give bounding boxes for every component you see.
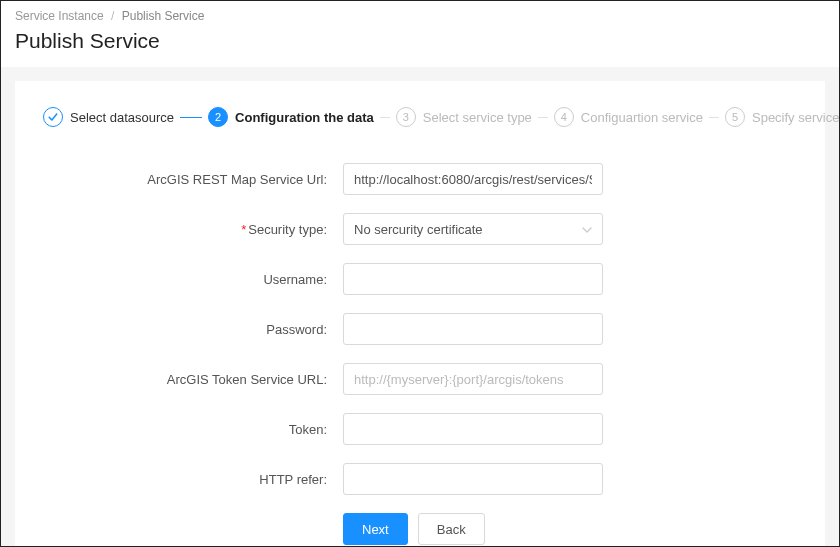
step-configuration-service[interactable]: 4 Configuartion service	[554, 107, 703, 127]
button-row: Next Back	[343, 513, 797, 545]
content-area: Select datasource 2 Configuration the da…	[1, 67, 839, 547]
step-select-service-type[interactable]: 3 Select service type	[396, 107, 532, 127]
breadcrumb: Service Instance / Publish Service	[1, 1, 839, 25]
step-specify-service-node[interactable]: 5 Specify service node	[725, 107, 840, 127]
row-security-type: *Security type: No sercurity certificate	[43, 213, 797, 245]
row-token-service-url: ArcGIS Token Service URL:	[43, 363, 797, 395]
step-label: Configuartion service	[581, 110, 703, 125]
step-label: Specify service node	[752, 110, 840, 125]
input-password[interactable]	[343, 313, 603, 345]
breadcrumb-separator: /	[111, 9, 114, 23]
input-map-service-url[interactable]	[343, 163, 603, 195]
select-security-type[interactable]: No sercurity certificate	[343, 213, 603, 245]
step-connector	[538, 117, 548, 118]
wizard-steps: Select datasource 2 Configuration the da…	[43, 107, 797, 127]
back-button[interactable]: Back	[418, 513, 485, 545]
chevron-down-icon	[582, 223, 592, 235]
step-connector	[709, 117, 719, 118]
next-button[interactable]: Next	[343, 513, 408, 545]
select-security-type-value: No sercurity certificate	[354, 222, 483, 237]
row-password: Password:	[43, 313, 797, 345]
row-map-service-url: ArcGIS REST Map Service Url:	[43, 163, 797, 195]
step-number-icon: 4	[554, 107, 574, 127]
row-username: Username:	[43, 263, 797, 295]
label-security-type: *Security type:	[43, 222, 343, 237]
label-http-refer: HTTP refer:	[43, 472, 343, 487]
step-label: Select datasource	[70, 110, 174, 125]
breadcrumb-parent[interactable]: Service Instance	[15, 9, 104, 23]
label-map-service-url: ArcGIS REST Map Service Url:	[43, 172, 343, 187]
step-label: Select service type	[423, 110, 532, 125]
row-token: Token:	[43, 413, 797, 445]
input-token-service-url[interactable]	[343, 363, 603, 395]
step-label: Configuration the data	[235, 110, 374, 125]
step-connector	[180, 117, 202, 118]
step-configuration-data[interactable]: 2 Configuration the data	[208, 107, 374, 127]
breadcrumb-current: Publish Service	[122, 9, 205, 23]
check-icon	[43, 107, 63, 127]
label-token: Token:	[43, 422, 343, 437]
form-card: Select datasource 2 Configuration the da…	[15, 81, 825, 547]
step-number-icon: 3	[396, 107, 416, 127]
step-number-icon: 5	[725, 107, 745, 127]
input-http-refer[interactable]	[343, 463, 603, 495]
label-token-service-url: ArcGIS Token Service URL:	[43, 372, 343, 387]
page-title: Publish Service	[1, 25, 839, 67]
step-number-icon: 2	[208, 107, 228, 127]
step-connector	[380, 117, 390, 118]
config-form: ArcGIS REST Map Service Url: *Security t…	[43, 163, 797, 545]
label-password: Password:	[43, 322, 343, 337]
input-token[interactable]	[343, 413, 603, 445]
step-select-datasource[interactable]: Select datasource	[43, 107, 174, 127]
input-username[interactable]	[343, 263, 603, 295]
label-username: Username:	[43, 272, 343, 287]
row-http-refer: HTTP refer:	[43, 463, 797, 495]
